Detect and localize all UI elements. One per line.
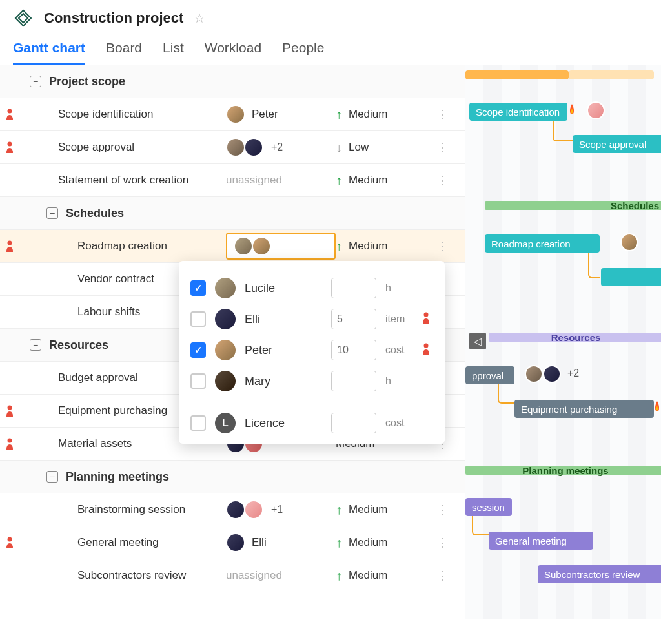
gantt-task-bar[interactable]: General meeting: [489, 532, 593, 550]
collapse-toggle-icon[interactable]: −: [46, 471, 58, 483]
cost-input[interactable]: [331, 340, 376, 360]
avatar: [226, 533, 245, 552]
checkbox[interactable]: [190, 280, 206, 296]
task-name: Statement of work creation: [58, 174, 188, 187]
gantt-task-bar[interactable]: session: [465, 498, 512, 516]
priority-cell[interactable]: ↑ Medium: [336, 503, 432, 517]
priority-cell[interactable]: ↑ Medium: [336, 535, 432, 550]
priority-cell[interactable]: ↑ Medium: [336, 107, 432, 122]
assignee-cell[interactable]: unassigned: [226, 174, 336, 187]
unit-label: h: [385, 282, 412, 294]
assignee-cell-active[interactable]: [226, 233, 336, 260]
gantt-collapse-handle-icon[interactable]: ◁: [469, 333, 486, 349]
favorite-star-icon[interactable]: ☆: [194, 10, 205, 26]
assignee-cell[interactable]: Peter: [226, 105, 336, 124]
dropdown-person-row[interactable]: Mary h: [190, 366, 433, 397]
checkbox[interactable]: [190, 311, 206, 327]
checkbox[interactable]: [190, 342, 206, 358]
tab-board[interactable]: Board: [106, 40, 142, 65]
task-name: Subcontractors review: [77, 569, 186, 582]
task-row[interactable]: Brainstorming session +1 ↑ Medium ⋮: [0, 493, 465, 526]
hours-input[interactable]: [331, 278, 376, 298]
task-row[interactable]: Subcontractors review unassigned ↑ Mediu…: [0, 559, 465, 592]
priority-up-icon: ↑: [336, 503, 342, 517]
task-row[interactable]: Scope approval +2 ↓ Low ⋮: [0, 131, 465, 164]
priority-cell[interactable]: ↓ Low: [336, 140, 432, 155]
dependency-link: [472, 516, 489, 535]
gantt-summary-bar[interactable]: Resources: [489, 333, 661, 342]
priority-cell[interactable]: ↑ Medium: [336, 239, 432, 254]
gantt-task-bar[interactable]: Scope identification: [469, 103, 567, 121]
gantt-task-bar[interactable]: Scope approval: [573, 135, 661, 153]
avatar: [215, 340, 236, 360]
collapse-toggle-icon[interactable]: −: [46, 207, 58, 219]
gantt-task-bar[interactable]: Roadmap creation: [485, 234, 600, 253]
svg-point-5: [8, 537, 12, 542]
dropdown-person-row[interactable]: Peter cost: [190, 335, 433, 366]
more-actions-icon[interactable]: ⋮: [432, 535, 452, 550]
dropdown-resource-row[interactable]: L Licence cost: [190, 408, 433, 439]
person-indicator-icon: [5, 240, 14, 252]
assignee-cell[interactable]: +1: [226, 500, 336, 519]
priority-cell[interactable]: ↑ Medium: [336, 568, 432, 583]
gantt-summary-bar[interactable]: Planning meetings: [465, 466, 661, 475]
group-row-schedules[interactable]: − Schedules: [0, 197, 465, 230]
dropdown-person-row[interactable]: Lucile h: [190, 273, 433, 304]
gantt-task-bar[interactable]: [601, 268, 661, 286]
gantt-task-bar[interactable]: Equipment purchasing: [514, 400, 654, 418]
gantt-task-bar[interactable]: pproval: [465, 366, 514, 384]
task-row[interactable]: General meeting Elli ↑ Medium ⋮: [0, 526, 465, 559]
tab-people[interactable]: People: [282, 40, 324, 65]
more-actions-icon[interactable]: ⋮: [432, 239, 452, 253]
assignee-name: Elli: [252, 536, 267, 549]
avatar: [226, 500, 245, 519]
gantt-task-bar[interactable]: Subcontractors review: [538, 565, 661, 583]
more-actions-icon[interactable]: ⋮: [432, 173, 452, 187]
assignee-dropdown: Lucile h Elli item Peter cost: [179, 261, 445, 444]
gantt-chart-panel[interactable]: Scope identification Scope approval Sche…: [465, 65, 661, 619]
tab-gantt-chart[interactable]: Gantt chart: [13, 40, 85, 65]
group-name: Project scope: [49, 75, 125, 88]
task-name: General meeting: [77, 536, 159, 549]
priority-cell[interactable]: ↑ Medium: [336, 173, 432, 188]
person-indicator-icon: [422, 312, 431, 324]
group-name: Planning meetings: [66, 470, 169, 484]
resource-initial-icon: L: [215, 413, 236, 433]
more-actions-icon[interactable]: ⋮: [432, 107, 452, 121]
group-row-planning-meetings[interactable]: − Planning meetings: [0, 461, 465, 493]
group-row-project-scope[interactable]: − Project scope: [0, 65, 465, 98]
dependency-link: [588, 253, 600, 278]
cost-input[interactable]: [331, 413, 376, 433]
assignee-cell[interactable]: Elli: [226, 533, 336, 552]
assignee-name: Peter: [252, 108, 278, 121]
task-row[interactable]: Scope identification Peter ↑ Medium ⋮: [0, 98, 465, 131]
avatar: [234, 236, 253, 256]
more-actions-icon[interactable]: ⋮: [432, 568, 452, 583]
gantt-summary-bar[interactable]: [465, 70, 569, 79]
tab-list[interactable]: List: [163, 40, 184, 65]
gantt-summary-bar[interactable]: Schedules: [485, 201, 661, 210]
person-name: Peter: [245, 344, 322, 357]
hours-input[interactable]: [331, 371, 376, 391]
dropdown-person-row[interactable]: Elli item: [190, 304, 433, 335]
checkbox[interactable]: [190, 373, 206, 389]
checkbox[interactable]: [190, 415, 206, 431]
collapse-toggle-icon[interactable]: −: [30, 339, 41, 351]
unassigned-label: unassigned: [226, 569, 282, 582]
more-actions-icon[interactable]: ⋮: [432, 503, 452, 517]
tab-workload[interactable]: Workload: [205, 40, 261, 65]
priority-up-icon: ↑: [336, 107, 342, 122]
task-row[interactable]: Roadmap creation ↑ Medium ⋮: [0, 230, 465, 263]
task-name: Scope approval: [58, 141, 134, 154]
assignee-cell[interactable]: unassigned: [226, 569, 336, 582]
avatar: [215, 278, 236, 298]
assignee-cell[interactable]: +2: [226, 138, 336, 157]
collapse-toggle-icon[interactable]: −: [30, 76, 41, 87]
task-row[interactable]: Statement of work creation unassigned ↑ …: [0, 164, 465, 197]
gantt-summary-bar[interactable]: [569, 70, 654, 79]
svg-point-0: [8, 109, 12, 114]
item-input[interactable]: [331, 309, 376, 329]
dependency-link: [498, 384, 514, 404]
svg-point-6: [424, 313, 429, 317]
more-actions-icon[interactable]: ⋮: [432, 140, 452, 154]
